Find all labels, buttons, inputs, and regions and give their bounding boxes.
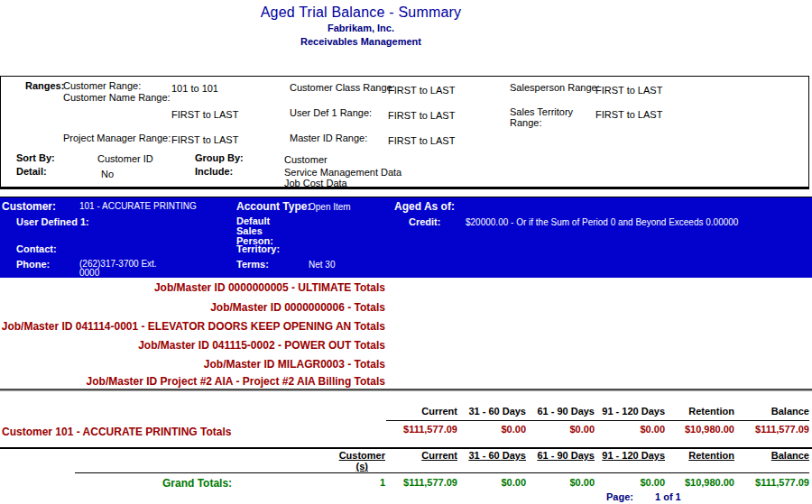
- customer-total-current: $111,577.09: [403, 424, 457, 435]
- account-type-value: Open Item: [309, 202, 351, 212]
- default-sales-person-label: Default Sales Person:: [236, 216, 286, 246]
- job-total-line: Job/Master ID MILAGR0003 - Totals: [0, 358, 385, 371]
- sales-territory-range-label: Sales Territory Range:: [510, 106, 586, 128]
- phone-value-line2: 0000: [79, 268, 99, 278]
- section-divider: [0, 389, 812, 391]
- include-value-2: Job Cost Data: [284, 178, 347, 188]
- report-page: Aged Trial Balance - Summary Fabrikam, I…: [0, 0, 812, 504]
- group-by-value: Customer: [284, 154, 328, 165]
- user-def-1-range-value: FIRST to LAST: [388, 110, 455, 121]
- job-total-line: Job/Master ID 0000000005 - ULTIMATE Tota…: [0, 281, 385, 294]
- territory-label: Territory:: [236, 243, 280, 254]
- customer-name-range-value: FIRST to LAST: [171, 109, 238, 120]
- customer-total-balance: $111,577.09: [755, 424, 809, 435]
- credit-label: Credit:: [409, 216, 440, 227]
- include-value-1: Service Management Data: [284, 167, 401, 178]
- customer-label: Customer:: [2, 200, 56, 213]
- grand-total-balance: $111,577.09: [755, 477, 809, 488]
- grand-totals-underline: [75, 472, 809, 473]
- customer-value: 101 - ACCURATE PRINTING: [79, 201, 197, 211]
- grand-totals-label: Grand Totals:: [162, 477, 232, 490]
- job-total-line: Job/Master ID Project #2 AIA - Project #…: [0, 375, 385, 388]
- project-manager-range-value: FIRST to LAST: [171, 134, 238, 145]
- user-defined-1-label: User Defined 1:: [16, 216, 89, 227]
- col-header-91-120: 91 - 120 Days: [602, 406, 665, 417]
- grand-total-31-60: $0.00: [501, 477, 526, 488]
- terms-label: Terms:: [236, 259, 269, 270]
- col-header-retention: Retention: [688, 450, 734, 461]
- col-header-customers-line2: (s): [339, 461, 385, 472]
- customer-class-range-value: FIRST to LAST: [388, 85, 455, 96]
- col-header-31-60: 31 - 60 Days: [468, 406, 526, 417]
- project-manager-range-label: Project Manager Range:: [63, 133, 171, 143]
- contact-label: Contact:: [16, 243, 57, 254]
- customer-totals-label: Customer 101 - ACCURATE PRINTING Totals: [2, 426, 231, 438]
- grand-total-91-120: $0.00: [640, 477, 665, 488]
- module-name: Receivables Management: [0, 36, 722, 47]
- detail-label: Detail:: [16, 166, 47, 177]
- col-header-customers: Customer (s): [339, 450, 385, 472]
- sort-by-label: Sort By:: [16, 152, 55, 163]
- col-header-current: Current: [421, 450, 457, 461]
- customer-total-retention: $10,980.00: [685, 424, 734, 435]
- master-id-range-value: FIRST to LAST: [388, 135, 455, 146]
- report-title: Aged Trial Balance - Summary: [0, 5, 722, 21]
- ranges-section-label: Ranges:: [25, 80, 64, 91]
- col-header-91-120: 91 - 120 Days: [602, 450, 665, 461]
- aged-as-of-label: Aged As of:: [394, 200, 455, 213]
- col-header-balance: Balance: [771, 406, 809, 417]
- grand-total-current: $111,577.09: [403, 477, 457, 488]
- master-id-range-label: Master ID Range:: [290, 133, 367, 143]
- col-header-balance: Balance: [771, 450, 809, 461]
- page-value: 1 of 1: [655, 491, 681, 502]
- group-by-label: Group By:: [195, 152, 244, 163]
- customer-range-value: 101 to 101: [171, 83, 218, 94]
- customer-total-91-120: $0.00: [640, 424, 665, 435]
- company-name: Fabrikam, Inc.: [0, 23, 722, 33]
- user-def-1-range-label: User Def 1 Range:: [290, 107, 372, 118]
- customer-name-range-label: Customer Name Range:: [63, 92, 171, 103]
- grand-total-61-90: $0.00: [569, 477, 595, 488]
- salesperson-range-label: Salesperson Range:: [510, 82, 600, 93]
- customer-range-label: Customer Range:: [63, 80, 141, 91]
- include-label: Include:: [195, 166, 233, 177]
- account-type-label: Account Type:: [236, 200, 310, 213]
- grand-total-customer-count: 1: [380, 477, 385, 488]
- col-header-61-90: 61 - 90 Days: [537, 450, 595, 461]
- sales-territory-range-value: FIRST to LAST: [595, 109, 662, 120]
- page-label: Page:: [606, 491, 633, 502]
- header-underline: [386, 420, 809, 421]
- job-total-line: Job/Master ID 0000000006 - Totals: [0, 301, 385, 314]
- grand-total-retention: $10,980.00: [685, 477, 734, 488]
- sort-by-value: Customer ID: [97, 153, 153, 164]
- customer-total-31-60: $0.00: [501, 424, 526, 435]
- salesperson-range-value: FIRST to LAST: [595, 85, 662, 96]
- section-divider: [0, 447, 812, 449]
- phone-label: Phone:: [16, 259, 50, 270]
- col-header-current: Current: [421, 406, 457, 417]
- customer-class-range-label: Customer Class Range:: [290, 82, 395, 93]
- col-header-31-60: 31 - 60 Days: [468, 450, 526, 461]
- job-total-line: Job/Master ID 041115-0002 - POWER OUT To…: [0, 339, 385, 352]
- detail-value: No: [101, 169, 114, 179]
- customer-total-61-90: $0.00: [569, 424, 595, 435]
- col-header-retention: Retention: [688, 406, 734, 417]
- col-header-customers-line1: Customer: [339, 450, 385, 461]
- terms-value: Net 30: [309, 260, 335, 270]
- job-total-line: Job/Master ID 041114-0001 - ELEVATOR DOO…: [0, 320, 385, 333]
- col-header-61-90: 61 - 90 Days: [537, 406, 595, 417]
- credit-value: $20000.00 - Or if the Sum of Period 0 an…: [466, 217, 738, 227]
